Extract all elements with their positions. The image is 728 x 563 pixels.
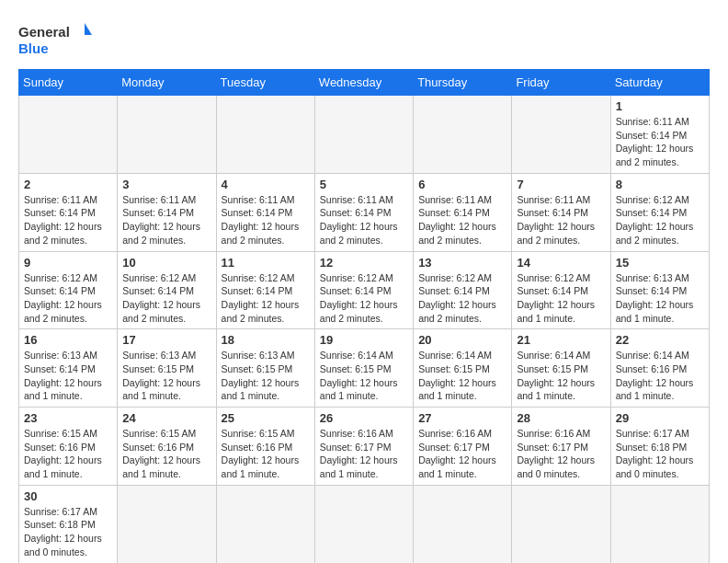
day-info: Sunrise: 6:14 AMSunset: 6:16 PMDaylight:… bbox=[616, 349, 704, 403]
svg-marker-2 bbox=[85, 23, 92, 35]
day-number: 3 bbox=[122, 178, 210, 191]
calendar-cell bbox=[610, 485, 709, 563]
day-number: 2 bbox=[24, 178, 112, 191]
day-info: Sunrise: 6:16 AMSunset: 6:17 PMDaylight:… bbox=[517, 427, 605, 481]
calendar-cell: 17Sunrise: 6:13 AMSunset: 6:15 PMDayligh… bbox=[118, 329, 216, 408]
day-number: 17 bbox=[122, 333, 210, 347]
calendar-header-row: SundayMondayTuesdayWednesdayThursdayFrid… bbox=[19, 70, 710, 96]
calendar-cell bbox=[19, 96, 118, 174]
calendar-cell: 13Sunrise: 6:12 AMSunset: 6:14 PMDayligh… bbox=[414, 251, 512, 329]
svg-text:Blue: Blue bbox=[18, 40, 49, 56]
day-number: 9 bbox=[24, 256, 112, 270]
calendar-cell: 21Sunrise: 6:14 AMSunset: 6:15 PMDayligh… bbox=[512, 329, 610, 408]
day-info: Sunrise: 6:11 AMSunset: 6:14 PMDaylight:… bbox=[222, 193, 310, 247]
calendar-cell: 24Sunrise: 6:15 AMSunset: 6:16 PMDayligh… bbox=[118, 408, 216, 486]
day-info: Sunrise: 6:11 AMSunset: 6:14 PMDaylight:… bbox=[320, 193, 408, 247]
calendar-cell bbox=[216, 485, 314, 563]
calendar-cell bbox=[118, 485, 216, 563]
day-info: Sunrise: 6:16 AMSunset: 6:17 PMDaylight:… bbox=[418, 427, 506, 481]
day-info: Sunrise: 6:14 AMSunset: 6:15 PMDaylight:… bbox=[418, 349, 506, 403]
day-info: Sunrise: 6:12 AMSunset: 6:14 PMDaylight:… bbox=[222, 271, 310, 326]
calendar-cell: 19Sunrise: 6:14 AMSunset: 6:15 PMDayligh… bbox=[314, 329, 413, 408]
day-number: 4 bbox=[222, 178, 310, 191]
day-number: 7 bbox=[517, 178, 605, 191]
header-sunday: Sunday bbox=[19, 70, 118, 96]
day-number: 16 bbox=[24, 333, 112, 347]
day-number: 23 bbox=[24, 411, 112, 425]
calendar-cell bbox=[512, 96, 610, 174]
calendar-cell: 20Sunrise: 6:14 AMSunset: 6:15 PMDayligh… bbox=[414, 329, 512, 408]
day-info: Sunrise: 6:16 AMSunset: 6:17 PMDaylight:… bbox=[320, 427, 408, 481]
calendar-cell bbox=[216, 96, 314, 174]
calendar-cell: 23Sunrise: 6:15 AMSunset: 6:16 PMDayligh… bbox=[19, 408, 118, 486]
day-info: Sunrise: 6:15 AMSunset: 6:16 PMDaylight:… bbox=[122, 427, 210, 481]
day-number: 26 bbox=[320, 411, 408, 425]
header-thursday: Thursday bbox=[414, 70, 512, 96]
week-row-3: 9Sunrise: 6:12 AMSunset: 6:14 PMDaylight… bbox=[19, 251, 710, 329]
day-info: Sunrise: 6:12 AMSunset: 6:14 PMDaylight:… bbox=[320, 271, 408, 326]
day-info: Sunrise: 6:14 AMSunset: 6:15 PMDaylight:… bbox=[517, 349, 605, 403]
calendar-cell: 9Sunrise: 6:12 AMSunset: 6:14 PMDaylight… bbox=[19, 251, 118, 329]
day-info: Sunrise: 6:11 AMSunset: 6:14 PMDaylight:… bbox=[616, 115, 704, 169]
calendar-cell: 25Sunrise: 6:15 AMSunset: 6:16 PMDayligh… bbox=[216, 408, 314, 486]
header-friday: Friday bbox=[512, 70, 610, 96]
logo: General Blue bbox=[18, 18, 92, 60]
calendar-cell: 12Sunrise: 6:12 AMSunset: 6:14 PMDayligh… bbox=[314, 251, 413, 329]
calendar-cell: 16Sunrise: 6:13 AMSunset: 6:14 PMDayligh… bbox=[19, 329, 118, 408]
day-number: 29 bbox=[616, 411, 704, 425]
day-number: 19 bbox=[320, 333, 408, 347]
week-row-5: 23Sunrise: 6:15 AMSunset: 6:16 PMDayligh… bbox=[19, 408, 710, 486]
calendar-cell: 4Sunrise: 6:11 AMSunset: 6:14 PMDaylight… bbox=[216, 173, 314, 251]
day-number: 5 bbox=[320, 178, 408, 191]
day-number: 28 bbox=[517, 411, 605, 425]
day-number: 8 bbox=[616, 178, 704, 191]
day-number: 25 bbox=[222, 411, 310, 425]
day-number: 22 bbox=[616, 333, 704, 347]
calendar-cell: 8Sunrise: 6:12 AMSunset: 6:14 PMDaylight… bbox=[610, 173, 709, 251]
day-number: 1 bbox=[616, 99, 704, 113]
day-info: Sunrise: 6:11 AMSunset: 6:14 PMDaylight:… bbox=[122, 193, 210, 247]
day-info: Sunrise: 6:17 AMSunset: 6:18 PMDaylight:… bbox=[616, 427, 704, 481]
calendar-cell bbox=[118, 96, 216, 174]
calendar-cell bbox=[512, 485, 610, 563]
week-row-2: 2Sunrise: 6:11 AMSunset: 6:14 PMDaylight… bbox=[19, 173, 710, 251]
day-number: 10 bbox=[122, 256, 210, 270]
day-info: Sunrise: 6:12 AMSunset: 6:14 PMDaylight:… bbox=[24, 271, 112, 326]
day-number: 14 bbox=[517, 256, 605, 270]
calendar-cell: 7Sunrise: 6:11 AMSunset: 6:14 PMDaylight… bbox=[512, 173, 610, 251]
calendar-cell: 22Sunrise: 6:14 AMSunset: 6:16 PMDayligh… bbox=[610, 329, 709, 408]
day-number: 15 bbox=[616, 256, 704, 270]
day-number: 27 bbox=[418, 411, 506, 425]
day-number: 6 bbox=[418, 178, 506, 191]
week-row-1: 1Sunrise: 6:11 AMSunset: 6:14 PMDaylight… bbox=[19, 96, 710, 174]
calendar-cell: 3Sunrise: 6:11 AMSunset: 6:14 PMDaylight… bbox=[118, 173, 216, 251]
day-info: Sunrise: 6:13 AMSunset: 6:15 PMDaylight:… bbox=[122, 349, 210, 403]
calendar-cell bbox=[314, 485, 413, 563]
day-info: Sunrise: 6:12 AMSunset: 6:14 PMDaylight:… bbox=[616, 193, 704, 247]
day-info: Sunrise: 6:13 AMSunset: 6:15 PMDaylight:… bbox=[222, 349, 310, 403]
day-number: 24 bbox=[122, 411, 210, 425]
day-info: Sunrise: 6:15 AMSunset: 6:16 PMDaylight:… bbox=[24, 427, 112, 481]
calendar-cell: 6Sunrise: 6:11 AMSunset: 6:14 PMDaylight… bbox=[414, 173, 512, 251]
calendar-table: SundayMondayTuesdayWednesdayThursdayFrid… bbox=[18, 69, 710, 563]
svg-text:General: General bbox=[18, 24, 70, 40]
calendar-cell: 14Sunrise: 6:12 AMSunset: 6:14 PMDayligh… bbox=[512, 251, 610, 329]
day-info: Sunrise: 6:11 AMSunset: 6:14 PMDaylight:… bbox=[517, 193, 605, 247]
calendar-cell bbox=[414, 96, 512, 174]
calendar-cell bbox=[414, 485, 512, 563]
logo-svg: General Blue bbox=[18, 18, 92, 60]
day-number: 21 bbox=[517, 333, 605, 347]
day-info: Sunrise: 6:11 AMSunset: 6:14 PMDaylight:… bbox=[24, 193, 112, 247]
day-info: Sunrise: 6:14 AMSunset: 6:15 PMDaylight:… bbox=[320, 349, 408, 403]
day-number: 13 bbox=[418, 256, 506, 270]
day-info: Sunrise: 6:15 AMSunset: 6:16 PMDaylight:… bbox=[222, 427, 310, 481]
page-header: General Blue bbox=[18, 18, 710, 60]
calendar-cell: 30Sunrise: 6:17 AMSunset: 6:18 PMDayligh… bbox=[19, 485, 118, 563]
calendar-cell bbox=[314, 96, 413, 174]
day-info: Sunrise: 6:11 AMSunset: 6:14 PMDaylight:… bbox=[418, 193, 506, 247]
calendar-cell: 29Sunrise: 6:17 AMSunset: 6:18 PMDayligh… bbox=[610, 408, 709, 486]
day-number: 20 bbox=[418, 333, 506, 347]
header-tuesday: Tuesday bbox=[216, 70, 314, 96]
day-info: Sunrise: 6:12 AMSunset: 6:14 PMDaylight:… bbox=[517, 271, 605, 326]
calendar-cell: 5Sunrise: 6:11 AMSunset: 6:14 PMDaylight… bbox=[314, 173, 413, 251]
